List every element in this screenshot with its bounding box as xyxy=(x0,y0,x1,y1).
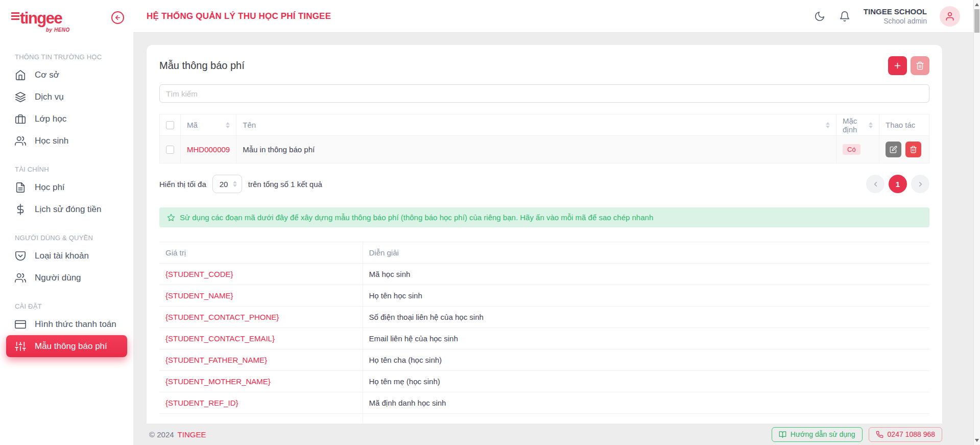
sort-icon[interactable] xyxy=(826,122,830,128)
scrollbar[interactable] xyxy=(973,0,980,445)
sidebar-item-nguoi-dung[interactable]: Người dùng xyxy=(6,267,127,289)
code-row: {STUDENT_REF_ID} Mã định danh học sinh xyxy=(159,392,929,414)
footer: © 2024 TINGEE Hướng dẫn sử dụng 0247 108… xyxy=(133,424,973,445)
sidebar-item-hinh-thuc-thanh-toan[interactable]: Hình thức thanh toán xyxy=(6,313,127,335)
page-1-button[interactable]: 1 xyxy=(889,175,907,193)
copyright-text: © 2024 xyxy=(149,430,174,439)
user-name: TINGEE SCHOOL xyxy=(864,7,927,17)
delete-row-button[interactable] xyxy=(905,142,921,157)
edit-row-button[interactable] xyxy=(886,142,901,157)
code-description: Họ tên học sinh xyxy=(363,285,929,307)
sidebar-item-label: Lịch sử đóng tiền xyxy=(35,204,101,215)
edit-icon xyxy=(890,146,897,153)
user-menu[interactable]: TINGEE SCHOOL School admin xyxy=(864,7,927,26)
code-row: {STUDENT_CONTACT_PHONE} Số điện thoại li… xyxy=(159,307,929,328)
home-icon xyxy=(15,69,26,81)
code-value[interactable]: {STUDENT_MOTHER_NAME} xyxy=(159,371,363,392)
code-description: Email liên hệ của học sinh xyxy=(363,328,929,349)
users-icon xyxy=(15,272,26,284)
brand-link[interactable]: TINGEE xyxy=(178,430,206,439)
trash-icon xyxy=(910,146,917,153)
topbar: HỆ THỐNG QUẢN LÝ THU HỌC PHÍ TINGEE TING… xyxy=(133,0,973,33)
dollar-icon xyxy=(15,204,26,215)
notifications-button[interactable] xyxy=(839,10,851,22)
sidebar-item-mau-thong-bao-phi[interactable]: Mẫu thông báo phí xyxy=(6,335,127,357)
sidebar-item-label: Dịch vụ xyxy=(35,92,64,102)
sidebar-item-label: Loại tài khoản xyxy=(35,251,89,261)
sidebar-item-co-so[interactable]: Cơ sở xyxy=(6,64,127,86)
main-column: HỆ THỐNG QUẢN LÝ THU HỌC PHÍ TINGEE TING… xyxy=(133,0,973,445)
column-header-name: Tên xyxy=(243,121,256,129)
code-value[interactable]: {STUDENT_CODE} xyxy=(159,264,363,285)
code-value[interactable]: {STUDENT_REF_ID} xyxy=(159,392,363,414)
user-icon xyxy=(945,11,955,21)
code-value[interactable]: {STUDENT_CONTACT_PHONE} xyxy=(159,307,363,328)
hotline-button[interactable]: 0247 1088 968 xyxy=(869,427,942,442)
code-row: {STUDENT_MOTHER_NAME} Họ tên mẹ (học sin… xyxy=(159,371,929,392)
code-description: Số điện thoại liên hệ của học sinh xyxy=(363,307,929,328)
sidebar-item-label: Lớp học xyxy=(35,114,66,124)
page-size-suffix: trên tổng số 1 kết quả xyxy=(248,180,322,189)
hotline-label: 0247 1088 968 xyxy=(888,430,935,438)
sidebar-section-settings: CÀI ĐẶT xyxy=(6,302,127,310)
moon-icon xyxy=(814,11,825,22)
table-header-row: Mã Tên Mặc định Thao tác xyxy=(160,114,929,136)
column-header-description: Diễn giải xyxy=(363,242,929,264)
user-guide-label: Hướng dẫn sử dụng xyxy=(791,430,855,438)
codes-table: Giá trị Diễn giải {STUDENT_CODE} Mã học … xyxy=(159,242,929,424)
prev-page-button[interactable] xyxy=(866,175,885,193)
logo-speed-lines-icon xyxy=(11,12,19,22)
code-description: Mã định danh học sinh xyxy=(363,392,929,414)
sidebar-item-lich-su-dong-tien[interactable]: Lịch sử đóng tiền xyxy=(6,198,127,220)
column-header-default: Mặc định xyxy=(843,116,869,134)
scroll-up-arrow[interactable] xyxy=(974,1,980,8)
sidebar-item-loai-tai-khoan[interactable]: Loại tài khoản xyxy=(6,245,127,267)
sort-icon[interactable] xyxy=(869,122,873,128)
sidebar-item-lop-hoc[interactable]: Lớp học xyxy=(6,108,127,130)
info-banner: Sử dụng các đoạn mã dưới đây để xây dựng… xyxy=(159,207,929,227)
sidebar-item-label: Hình thức thanh toán xyxy=(35,319,116,330)
sidebar-item-hoc-sinh[interactable]: Học sinh xyxy=(6,130,127,152)
delete-selected-button[interactable] xyxy=(911,56,929,75)
page-size-value: 20 xyxy=(220,180,228,189)
content-area: Mẫu thông báo phí Mã Tê xyxy=(133,33,973,424)
template-name: Mẫu in thông báo phí xyxy=(243,145,315,154)
star-icon xyxy=(167,214,175,222)
page-size-prefix: Hiển thị tối đa xyxy=(159,180,206,189)
next-page-button[interactable] xyxy=(911,175,929,193)
arrow-left-icon xyxy=(114,14,121,21)
code-value[interactable]: {STUDENT_CONTACT_EMAIL} xyxy=(159,328,363,349)
code-row-clipped xyxy=(159,414,929,424)
pocket-icon xyxy=(15,250,26,262)
sidebar-item-hoc-phi[interactable]: Học phí xyxy=(6,176,127,198)
scroll-down-arrow[interactable] xyxy=(974,437,980,444)
stepper-arrows-icon xyxy=(233,181,237,187)
column-header-value: Giá trị xyxy=(159,242,363,264)
sort-icon[interactable] xyxy=(226,122,230,128)
code-row: {STUDENT_CODE} Mã học sinh xyxy=(159,264,929,285)
code-description: Mã học sinh xyxy=(363,264,929,285)
row-checkbox[interactable] xyxy=(166,146,174,154)
scrollbar-thumb[interactable] xyxy=(974,9,979,33)
add-template-button[interactable] xyxy=(888,56,907,75)
sidebar-collapse-button[interactable] xyxy=(111,11,124,24)
dark-mode-toggle[interactable] xyxy=(814,10,826,22)
code-row: {STUDENT_FATHER_NAME} Họ tên cha (học si… xyxy=(159,349,929,371)
user-guide-button[interactable]: Hướng dẫn sử dụng xyxy=(772,427,863,442)
app-title: HỆ THỐNG QUẢN LÝ THU HỌC PHÍ TINGEE xyxy=(147,11,331,21)
page-size-select[interactable]: 20 xyxy=(212,175,242,193)
codes-header-row: Giá trị Diễn giải xyxy=(159,242,929,264)
sidebar-item-dich-vu[interactable]: Dịch vụ xyxy=(6,86,127,108)
avatar[interactable] xyxy=(940,6,960,27)
sidebar-item-label: Người dùng xyxy=(35,273,81,283)
template-code-link[interactable]: MHD000009 xyxy=(187,145,230,154)
trash-icon xyxy=(916,61,924,70)
code-value[interactable]: {STUDENT_NAME} xyxy=(159,285,363,307)
users-icon xyxy=(15,135,26,147)
plus-icon xyxy=(893,61,902,70)
select-all-checkbox[interactable] xyxy=(166,121,174,129)
table-row: MHD000009 Mẫu in thông báo phí Có xyxy=(160,136,929,163)
code-value[interactable]: {STUDENT_FATHER_NAME} xyxy=(159,349,363,371)
sidebar-nav: THÔNG TIN TRƯỜNG HỌC Cơ sở Dịch vụ Lớp h… xyxy=(0,33,133,357)
search-input[interactable] xyxy=(159,84,929,103)
